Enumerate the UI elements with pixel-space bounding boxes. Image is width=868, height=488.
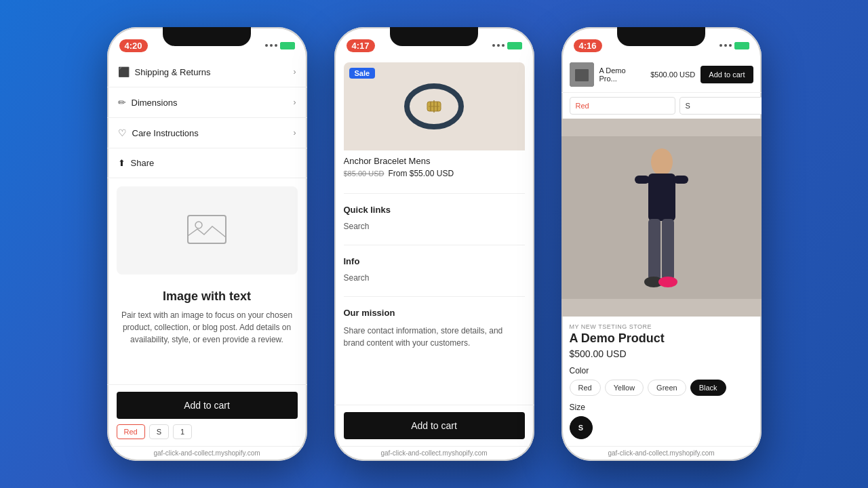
variant-row-3: Red S [561, 93, 762, 119]
price-sale-2: From $55.00 USD [388, 169, 454, 178]
footer-info: Info Search [334, 252, 534, 289]
size-label: Size [570, 403, 753, 412]
svg-point-11 [651, 148, 673, 176]
svg-rect-13 [635, 176, 650, 184]
footer-quick-links: Quick links Search [334, 201, 534, 238]
shipping-icon: ⬛ [118, 66, 130, 77]
phone1-bottom-bar: Add to cart Red S 1 [107, 384, 307, 446]
product-image-wrap: Sale [344, 62, 525, 150]
phone3-details[interactable]: MY NEW TSETING STORE A Demo Product $500… [561, 317, 762, 446]
add-to-cart-button-1[interactable]: Add to cart [117, 392, 298, 419]
footer-heading-info: Info [344, 256, 525, 266]
size-options: S [570, 416, 753, 439]
store-name-label: MY NEW TSETING STORE [570, 323, 753, 330]
accordion-care[interactable]: ♡ Care Instructions › [107, 118, 307, 148]
color-options: Red Yellow Green Black [570, 380, 753, 396]
divider-1 [344, 193, 525, 194]
price-row-2: $85.00 USD From $55.00 USD [344, 169, 525, 178]
time-display-3: 4:16 [574, 39, 602, 52]
image-placeholder [117, 186, 298, 274]
phone2-bottom-bar: Add to cart [334, 405, 534, 446]
accordion-dimensions-label: Dimensions [132, 98, 178, 108]
product-details-section: MY NEW TSETING STORE A Demo Product $500… [561, 317, 762, 446]
sale-badge: Sale [349, 68, 376, 79]
svg-rect-14 [673, 176, 688, 184]
size-option-s[interactable]: S [570, 416, 593, 439]
chevron-dimensions: › [294, 98, 296, 107]
signal-dots-2 [492, 44, 505, 47]
bracelet-image [393, 69, 475, 144]
phone-2: 4:17 Sale [334, 27, 534, 461]
add-to-cart-button-2[interactable]: Add to cart [344, 412, 525, 439]
color-option-red[interactable]: Red [570, 380, 601, 396]
svg-rect-16 [662, 219, 674, 280]
placeholder-image-icon [186, 214, 227, 247]
variant-qty-1[interactable]: 1 [173, 424, 192, 439]
divider-2 [344, 245, 525, 245]
status-icons-2 [492, 42, 522, 49]
svg-point-1 [195, 222, 202, 228]
variant-color-1[interactable]: Red [117, 424, 145, 439]
variant-size-1[interactable]: S [149, 424, 169, 439]
footer-link-search-2[interactable]: Search [344, 270, 525, 285]
phone-notch [163, 27, 251, 46]
color-option-black[interactable]: Black [690, 380, 726, 396]
phone-3: 4:16 A Demo Pro... $500.00 USD Add to ca… [561, 27, 762, 461]
share-label: Share [131, 158, 155, 168]
battery-icon-2 [507, 42, 522, 49]
battery-icon-1 [280, 42, 295, 49]
status-icons-3 [719, 42, 749, 49]
accordion-shipping-label: Shipping & Returns [135, 67, 211, 77]
accordion-shipping[interactable]: ⬛ Shipping & Returns › [107, 57, 307, 87]
size-variant-input[interactable]: S [679, 97, 762, 115]
product-name-2: Anchor Bracelet Mens [344, 156, 525, 166]
product-main-image [561, 119, 762, 317]
sticky-product-title: A Demo Pro... [599, 66, 646, 83]
phone2-url: gaf-click-and-collect.myshopify.com [334, 446, 534, 461]
phone-notch-3 [617, 27, 705, 46]
image-text-body: Pair text with an image to focus on your… [121, 309, 294, 346]
signal-dots-3 [719, 44, 732, 47]
time-display-2: 4:17 [347, 39, 375, 52]
svg-rect-0 [188, 216, 226, 243]
product-info-2: Anchor Bracelet Mens $85.00 USD From $55… [344, 150, 525, 181]
sticky-product-price: $500.00 USD [650, 70, 695, 79]
footer-mission-body: Share contact information, store details… [344, 322, 525, 352]
signal-dots [265, 44, 277, 47]
color-label: Color [570, 366, 753, 375]
chevron-shipping: › [294, 67, 296, 77]
product-price-3: $500.00 USD [570, 348, 753, 359]
care-icon: ♡ [118, 127, 127, 138]
phone-1: 4:20 ⬛ Shipping & Returns › ✏ Di [107, 27, 307, 461]
image-text-section: Image with text Pair text with an image … [107, 283, 307, 352]
product-figure-svg [561, 136, 762, 299]
color-option-yellow[interactable]: Yellow [605, 380, 644, 396]
sticky-add-to-cart-button[interactable]: Add to cart [701, 66, 753, 83]
svg-point-18 [658, 277, 677, 287]
color-option-green[interactable]: Green [648, 380, 686, 396]
chevron-care: › [294, 128, 296, 138]
phone2-content[interactable]: Sale Anchor Bracelet Mens $85.00 USD Fro… [334, 57, 534, 405]
accordion-care-label: Care Instructions [132, 128, 199, 138]
phone1-url: gaf-click-and-collect.myshopify.com [107, 446, 307, 461]
phone3-url: gaf-click-and-collect.myshopify.com [561, 446, 762, 461]
battery-icon-3 [734, 42, 749, 49]
product-card-2: Sale Anchor Bracelet Mens $85.00 USD Fro… [344, 62, 525, 181]
variant-selectors-1: Red S 1 [117, 424, 298, 439]
phone1-scroll[interactable]: ⬛ Shipping & Returns › ✏ Dimensions › ♡ … [107, 57, 307, 352]
footer-link-search-1[interactable]: Search [344, 219, 525, 234]
dimensions-icon: ✏ [118, 97, 126, 108]
share-icon: ⬆ [118, 158, 125, 168]
footer-heading-mission: Our mission [344, 308, 525, 318]
svg-rect-12 [648, 174, 675, 221]
share-item[interactable]: ⬆ Share [107, 148, 307, 178]
color-variant-input[interactable]: Red [570, 97, 675, 115]
svg-rect-9 [575, 69, 589, 81]
accordion-dimensions[interactable]: ✏ Dimensions › [107, 87, 307, 118]
time-display-1: 4:20 [119, 39, 148, 52]
divider-3 [344, 296, 525, 297]
status-icons-1 [265, 42, 295, 49]
sticky-header-3: A Demo Pro... $500.00 USD Add to cart [561, 57, 762, 93]
svg-rect-15 [648, 219, 660, 280]
phone1-content: ⬛ Shipping & Returns › ✏ Dimensions › ♡ … [107, 57, 307, 384]
